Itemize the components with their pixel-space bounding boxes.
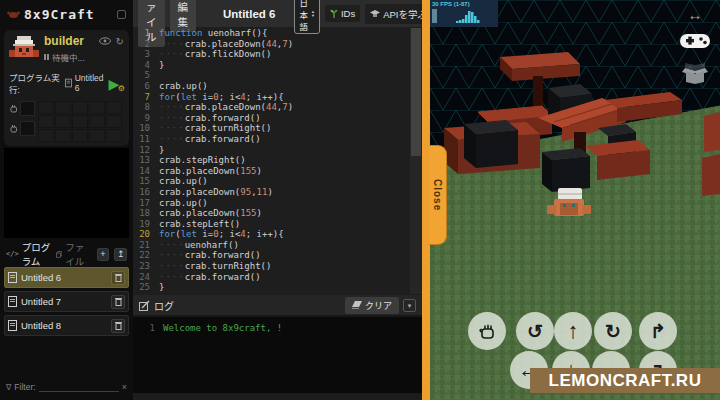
code-line[interactable]: 4}: [133, 60, 422, 71]
inventory-cell[interactable]: [89, 101, 105, 114]
code-line[interactable]: 21····uenoharf(): [133, 240, 422, 251]
edit-menu-button[interactable]: 編集: [170, 0, 197, 32]
inventory-cell[interactable]: [55, 115, 71, 128]
inventory-cell[interactable]: [55, 101, 71, 114]
inventory-cell[interactable]: [38, 129, 54, 142]
code-line[interactable]: 14crab.placeDown(155): [133, 166, 422, 177]
inventory-cell[interactable]: [89, 115, 105, 128]
code-line[interactable]: 23····crab.turnRight(): [133, 261, 422, 272]
logo-row: 8x9Craft: [0, 0, 133, 28]
inventory: [9, 101, 124, 142]
code-line[interactable]: 18crab.placeDown(155): [133, 208, 422, 219]
list-item-untitled-8[interactable]: Untitled 8: [4, 315, 129, 336]
copy-icon: [56, 250, 62, 259]
code-line[interactable]: 5: [133, 70, 422, 81]
code-line[interactable]: 24····crab.forward(): [133, 272, 422, 283]
robot-view-panel: [4, 148, 129, 238]
code-line[interactable]: 7for(let i=0; i<4; i++){: [133, 92, 422, 103]
log-output[interactable]: 1Welcome to 8x9craft, !: [133, 317, 422, 393]
filter-icon: ∇: [6, 383, 11, 392]
robot-name[interactable]: builder: [44, 35, 94, 48]
step-up-button[interactable]: ↱: [639, 312, 677, 350]
delete-button[interactable]: [111, 295, 125, 309]
close-panel-button[interactable]: Close: [429, 145, 447, 245]
inventory-cell[interactable]: [106, 129, 122, 142]
inventory-cell[interactable]: [89, 129, 105, 142]
run-target-file: Untitled 6: [75, 73, 106, 93]
rotate-right-icon: ↻: [605, 320, 621, 343]
hand-slot-1[interactable]: [20, 101, 35, 116]
ids-button[interactable]: IDs: [325, 5, 360, 22]
editor-scrollbar[interactable]: [410, 28, 422, 294]
controller-button[interactable]: [678, 28, 712, 54]
upload-button[interactable]: ↥: [114, 248, 127, 261]
scrollbar-thumb[interactable]: [411, 28, 421, 156]
document-icon: [8, 296, 17, 307]
code-line[interactable]: 13crab.stepRight(): [133, 155, 422, 166]
box-icon: [682, 62, 708, 84]
refresh-icon[interactable]: ↻: [116, 37, 124, 47]
code-line[interactable]: 2····crab.placeDown(44,7): [133, 39, 422, 50]
clear-log-button[interactable]: クリア: [345, 297, 399, 314]
inventory-button[interactable]: [680, 60, 710, 86]
code-line[interactable]: 15crab.up(): [133, 176, 422, 187]
log-title: ログ: [154, 298, 174, 313]
robot-status: 待機中...: [52, 51, 85, 63]
hand-slot-2[interactable]: [20, 121, 35, 136]
tab-program[interactable]: </> プログラム: [6, 240, 51, 268]
rotate-right-button[interactable]: ↻: [594, 312, 632, 350]
inventory-cell[interactable]: [55, 129, 71, 142]
delete-button[interactable]: [111, 271, 125, 285]
add-program-button[interactable]: +: [97, 248, 110, 261]
eraser-icon: [352, 301, 362, 309]
filter-clear-icon[interactable]: ×: [122, 382, 127, 392]
inventory-cell[interactable]: [106, 115, 122, 128]
inventory-grid[interactable]: [38, 101, 122, 142]
tab-files[interactable]: ファイル: [56, 240, 92, 268]
code-line[interactable]: 22····crab.forward(): [133, 250, 422, 261]
code-lines: 1function uenoharf(){2····crab.placeDown…: [133, 28, 422, 293]
inventory-cell[interactable]: [106, 101, 122, 114]
trash-icon: [115, 273, 122, 282]
inventory-cell[interactable]: [38, 115, 54, 128]
list-item-untitled-7[interactable]: Untitled 7: [4, 291, 129, 312]
code-line[interactable]: 20for(let i=0; i<4; i++){: [133, 229, 422, 240]
filter-input[interactable]: [39, 382, 119, 392]
robot-avatar[interactable]: [9, 35, 39, 65]
inventory-cell[interactable]: [38, 101, 54, 114]
close-label: Close: [432, 179, 443, 211]
clear-log-label: クリア: [365, 299, 392, 312]
rotate-left-icon: ↺: [527, 320, 543, 343]
hand-button[interactable]: [468, 312, 506, 350]
code-line[interactable]: 9····crab.forward(): [133, 113, 422, 124]
panel-toggle-icon[interactable]: [117, 10, 126, 19]
resize-button[interactable]: ↔: [680, 5, 710, 23]
log-menu-icon[interactable]: ▾: [403, 299, 416, 312]
code-line[interactable]: 25}: [133, 282, 422, 293]
eye-icon[interactable]: [99, 37, 111, 45]
document-icon: [65, 78, 72, 88]
code-line[interactable]: 3····crab.flickDown(): [133, 49, 422, 60]
code-editor[interactable]: 1function uenoharf(){2····crab.placeDown…: [133, 28, 422, 294]
code-line[interactable]: 6crab.up(): [133, 81, 422, 92]
forward-button[interactable]: ↑: [554, 312, 592, 350]
list-item-untitled-6[interactable]: Untitled 6: [4, 267, 129, 288]
inventory-cell[interactable]: [72, 101, 88, 114]
code-line[interactable]: 11····crab.forward(): [133, 134, 422, 145]
code-line[interactable]: 16crab.placeDown(95,11): [133, 187, 422, 198]
code-line[interactable]: 17crab.up(): [133, 198, 422, 209]
game-view[interactable]: 30 FPS (1-87) ↔: [430, 0, 720, 400]
code-line[interactable]: 12}: [133, 145, 422, 156]
inventory-cell[interactable]: [72, 115, 88, 128]
log-icon: [139, 300, 150, 311]
delete-button[interactable]: [111, 319, 125, 333]
run-program-button[interactable]: ▶ ⚙: [109, 75, 124, 91]
code-line[interactable]: 8····crab.placeDown(44,7): [133, 102, 422, 113]
app-logo: 8x9Craft: [24, 7, 95, 22]
code-line[interactable]: 10····crab.turnRight(): [133, 123, 422, 134]
rotate-left-button[interactable]: ↺: [516, 312, 554, 350]
code-line[interactable]: 1function uenoharf(){: [133, 28, 422, 39]
code-line[interactable]: 19crab.stepLeft(): [133, 219, 422, 230]
inventory-cell[interactable]: [72, 129, 88, 142]
document-icon: [8, 320, 17, 331]
